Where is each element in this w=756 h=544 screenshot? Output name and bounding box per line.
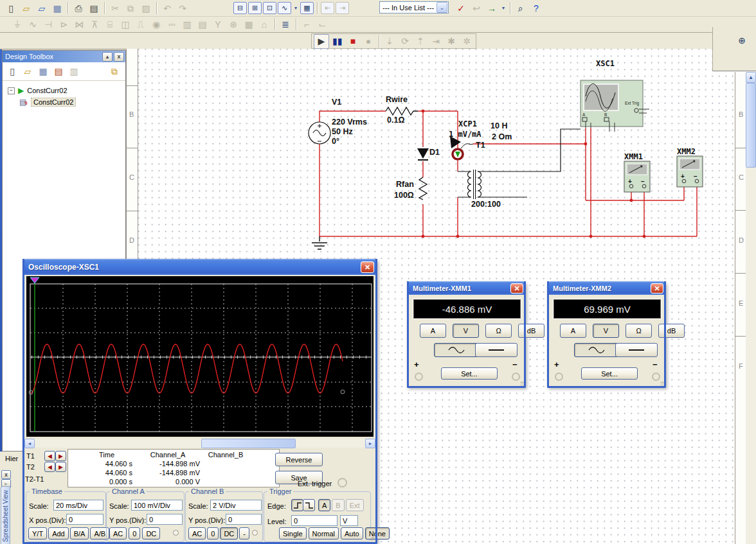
export-data-button[interactable]: → [485, 1, 499, 15]
postprocessor-button[interactable]: ▦ [300, 2, 314, 14]
xmm1-close-icon[interactable]: ✕ [510, 283, 523, 294]
falling-edge-button[interactable] [303, 499, 315, 511]
xmm2-mode-a-button[interactable]: A [560, 324, 586, 338]
dt-edit-button[interactable]: ▤ [51, 64, 66, 78]
trigger-mode-auto-button[interactable]: Auto [341, 527, 363, 540]
xmm1-ac-button[interactable] [434, 343, 479, 357]
dt-new-button[interactable]: ▯ [5, 64, 19, 78]
xmm2-plus-terminal[interactable] [555, 373, 563, 381]
multimeter-xmm2-window[interactable]: Multimeter-XMM2 ✕ 69.969 mV AVΩdB + − Se… [547, 281, 666, 388]
in-use-list-combo[interactable]: --- In Use List --- ⌄ [379, 1, 449, 13]
xmm2-mode-db-button[interactable]: dB [658, 324, 685, 338]
design-toolbox-titlebar[interactable]: Design Toolbox ▴ x [3, 51, 125, 62]
xmm1-plus-terminal[interactable] [415, 373, 423, 381]
channel-a-probe-radio[interactable] [173, 530, 179, 536]
export-caret-icon[interactable]: ▾ [500, 1, 507, 15]
grapher-caret-icon[interactable]: ▾ [292, 1, 299, 15]
xmm2-mode-v-button[interactable]: V [593, 324, 619, 338]
timebase-scale-input[interactable]: 20 ms/Div [53, 500, 104, 511]
channel-a-dc-button[interactable]: DC [142, 527, 160, 540]
print-preview-button[interactable]: ▤ [87, 1, 101, 15]
t2-left-button[interactable]: ◄ [44, 462, 55, 472]
print-button[interactable]: ⎙ [71, 1, 86, 15]
xmm1-dc-button[interactable] [475, 343, 518, 357]
xmm2-dc-button[interactable] [615, 343, 658, 357]
scroll-right-icon[interactable]: ▸ [365, 439, 375, 448]
help-button[interactable]: ? [529, 1, 543, 15]
open-sample-button[interactable]: ▱ [19, 1, 33, 15]
channel-a-0-button[interactable]: 0 [129, 527, 140, 540]
trigger-mode-none-button[interactable]: None [365, 527, 390, 540]
tree-expander-icon[interactable]: − [8, 87, 15, 94]
save-button[interactable]: ▦ [50, 1, 64, 15]
run-button[interactable]: ▶ [314, 34, 329, 49]
erc-check-button[interactable]: ✓ [454, 1, 468, 15]
xmm2-mode-b2-button[interactable]: Ω [626, 324, 652, 338]
oscilloscope-close-icon[interactable]: ✕ [361, 261, 374, 273]
channel-b-probe-radio[interactable] [252, 530, 258, 536]
oscilloscope-window[interactable]: Oscilloscope-XSC1 ✕ ◂ ▸ T1 ◄ ► T2 ◄ ► T2… [22, 259, 377, 544]
xmm2-resize-grip[interactable]: ▒ [660, 382, 665, 387]
trigger-level-input[interactable]: 0 [291, 515, 338, 526]
channel-a-ac-button[interactable]: AC [109, 527, 127, 540]
spreadsheet-view-button[interactable]: ⊞ [248, 2, 262, 14]
timebase-add-button[interactable]: Add [48, 527, 69, 540]
panel2-close-icon[interactable]: x [1, 470, 11, 479]
channel-b-scale-input[interactable]: 2 V/Div [210, 500, 262, 511]
find-button[interactable]: ⌕ [514, 1, 528, 15]
channel-a-scale-input[interactable]: 100 mV/Div [131, 500, 183, 511]
xmm1-titlebar[interactable]: Multimeter-XMM1 [407, 281, 526, 295]
xmm1-set-button[interactable]: Set... [441, 367, 498, 380]
spreadsheet-view-tab[interactable]: Spreadsheet View [1, 486, 10, 544]
design-toolbox-view-button[interactable]: ⊟ [233, 2, 247, 14]
xmm2-set-button[interactable]: Set... [581, 367, 638, 380]
zoom-in-button[interactable]: ⊕ [735, 33, 749, 47]
rising-edge-button[interactable] [291, 499, 303, 511]
place-bus-button[interactable]: ≣ [278, 17, 292, 31]
xmm1-resize-grip[interactable]: ▒ [520, 382, 525, 387]
tree-root-row[interactable]: − ▶ ConstCurr02 [8, 86, 68, 95]
scroll-up-icon[interactable]: ▲ [746, 72, 756, 83]
dt-versions-button[interactable]: ⧉ [107, 64, 122, 78]
t1-left-button[interactable]: ◄ [44, 451, 55, 461]
stop-button[interactable]: ■ [346, 35, 360, 48]
vscroll-thumb[interactable] [746, 83, 756, 168]
pause-button[interactable]: ▮▮ [330, 35, 345, 48]
panel-minimize-icon[interactable]: ▴ [102, 52, 113, 62]
t1-right-button[interactable]: ► [55, 451, 66, 461]
xmm1-mode-db-button[interactable]: dB [518, 324, 544, 338]
xmm2-close-icon[interactable]: ✕ [651, 283, 663, 294]
xmm2-ac-button[interactable] [574, 343, 619, 357]
scope-hscrollbar[interactable]: ◂ ▸ [24, 439, 375, 448]
multimeter-xmm1-window[interactable]: Multimeter-XMM1 ✕ -46.886 mV AVΩdB + − S… [407, 281, 526, 388]
reverse-button[interactable]: Reverse [275, 453, 323, 466]
t2-right-button[interactable]: ► [55, 462, 66, 472]
dt-open-button[interactable]: ▱ [21, 64, 35, 78]
xmm1-mode-v-button[interactable]: V [453, 324, 479, 338]
tree-child-row[interactable]: ▤↯ ConstCurr02 [19, 98, 76, 107]
timebase-yt-button[interactable]: Y/T [28, 527, 47, 540]
combo-arrow-icon[interactable]: ⌄ [437, 2, 447, 13]
new-file-button[interactable]: ▯ [4, 1, 18, 15]
channel-b-ac-button[interactable]: AC [188, 527, 206, 540]
timebase-xpos-input[interactable]: 0 [66, 514, 104, 525]
scope-resize-grip[interactable]: ▒ [371, 537, 375, 543]
oscilloscope-titlebar[interactable]: Oscilloscope-XSC1 [22, 259, 377, 275]
panel-close-icon[interactable]: x [114, 52, 124, 62]
channel-b-b3-button[interactable]: - [239, 527, 249, 540]
scroll-left-icon[interactable]: ◂ [24, 439, 35, 448]
channel-b-dc-button[interactable]: DC [220, 527, 238, 540]
ext-trigger-terminal[interactable] [338, 478, 347, 487]
dt-save-button[interactable]: ▦ [36, 64, 50, 78]
xmm1-mode-b2-button[interactable]: Ω [485, 324, 512, 338]
open-file-button[interactable]: ▱ [35, 1, 49, 15]
channel-a-ypos-input[interactable]: 0 [147, 514, 183, 525]
database-view-button[interactable]: ⊡ [263, 2, 276, 14]
trigger-mode-normal-button[interactable]: Normal [309, 527, 339, 540]
timebase-ba-button[interactable]: B/A [70, 527, 89, 540]
channel-b-0-button[interactable]: 0 [207, 527, 219, 540]
hscroll-thumb[interactable] [201, 439, 296, 448]
hierarchy-tab-label[interactable]: Hier [5, 455, 18, 462]
trigger-mode-single-button[interactable]: Single [279, 527, 307, 540]
xmm2-titlebar[interactable]: Multimeter-XMM2 [547, 281, 666, 295]
